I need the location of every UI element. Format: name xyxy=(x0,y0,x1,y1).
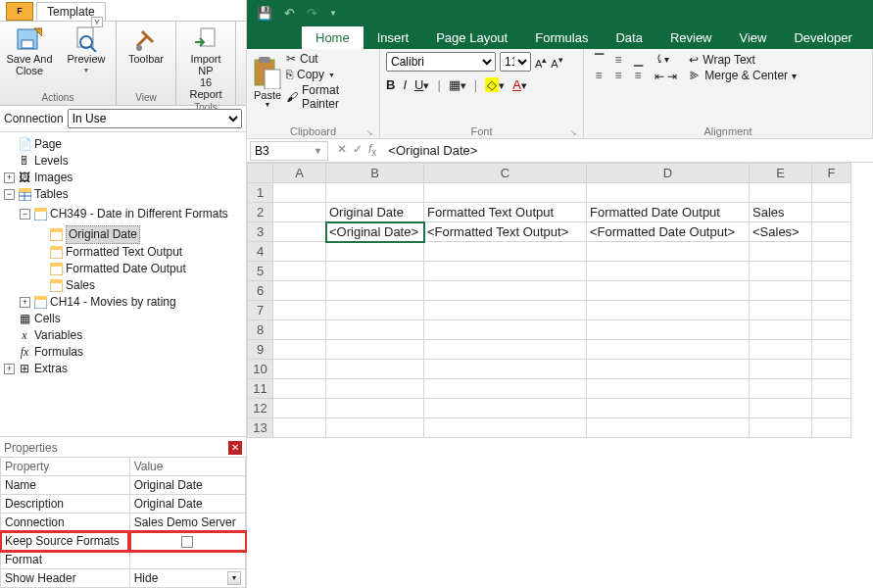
cell[interactable] xyxy=(812,399,851,418)
prop-row-keep-source-formats[interactable]: Keep Source Formats xyxy=(1,532,246,551)
collapse-toggle[interactable]: − xyxy=(20,209,30,220)
tree-original-date[interactable]: Original Date xyxy=(66,225,140,244)
col-header-c[interactable]: C xyxy=(424,164,587,183)
expand-toggle[interactable]: + xyxy=(20,297,30,308)
cell[interactable] xyxy=(812,379,851,399)
copy-button[interactable]: ⎘Copy▼ xyxy=(286,68,373,81)
cell[interactable] xyxy=(273,301,326,320)
cancel-formula-icon[interactable]: ✕ xyxy=(337,142,347,158)
cell[interactable] xyxy=(812,262,851,281)
tree-sales[interactable]: Sales xyxy=(66,277,95,294)
merge-center-button[interactable]: ⫸Merge & Center▾ xyxy=(689,69,797,82)
cell[interactable] xyxy=(750,242,812,262)
expand-toggle[interactable]: + xyxy=(4,364,15,374)
cell[interactable] xyxy=(587,301,750,320)
tree-formulas[interactable]: Formulas xyxy=(34,344,83,361)
cell[interactable] xyxy=(424,379,587,399)
cell[interactable] xyxy=(587,340,750,360)
cell[interactable] xyxy=(750,360,812,379)
cell[interactable]: <Sales> xyxy=(750,222,812,242)
wrap-text-button[interactable]: ↩Wrap Text xyxy=(689,53,797,67)
cell[interactable] xyxy=(273,222,326,242)
template-tree[interactable]: 📄Page 🎚Levels +🖼Images −Tables −CH349 - … xyxy=(0,132,246,436)
qat-save-icon[interactable]: 💾 xyxy=(257,6,272,21)
tab-data[interactable]: Data xyxy=(602,26,655,49)
cell[interactable] xyxy=(587,262,750,281)
cell[interactable] xyxy=(273,281,326,301)
cell[interactable] xyxy=(273,340,326,360)
row-header[interactable]: 5 xyxy=(248,262,273,281)
file-button[interactable]: F xyxy=(6,2,33,21)
cell[interactable] xyxy=(273,183,326,203)
cell[interactable]: Sales xyxy=(750,203,812,222)
decrease-font-icon[interactable]: A▾ xyxy=(551,54,562,70)
tree-ch14[interactable]: CH14 - Movies by rating xyxy=(50,294,176,311)
prop-row-format[interactable]: Format xyxy=(1,551,246,569)
cell[interactable] xyxy=(587,281,750,301)
cell[interactable] xyxy=(326,360,424,379)
cell[interactable] xyxy=(424,301,587,320)
toolbar-button[interactable]: Toolbar xyxy=(122,25,170,65)
row-header[interactable]: 11 xyxy=(248,379,273,399)
tree-cells[interactable]: Cells xyxy=(34,311,61,327)
cell[interactable] xyxy=(750,340,812,360)
cell[interactable] xyxy=(424,183,587,203)
tab-formulas[interactable]: Formulas xyxy=(521,26,602,49)
cell[interactable] xyxy=(812,183,851,203)
cell[interactable] xyxy=(812,242,851,262)
prop-row-connection[interactable]: ConnectionSales Demo Server xyxy=(1,514,246,532)
align-left-icon[interactable]: ≡ xyxy=(590,69,607,82)
cell[interactable] xyxy=(273,360,326,379)
select-all-corner[interactable] xyxy=(248,164,273,183)
row-header[interactable]: 8 xyxy=(248,320,273,340)
cell[interactable] xyxy=(273,418,326,438)
cell[interactable] xyxy=(424,418,587,438)
tree-tables[interactable]: Tables xyxy=(34,186,69,203)
increase-font-icon[interactable]: A▴ xyxy=(535,54,547,70)
cell[interactable] xyxy=(750,183,812,203)
cell[interactable] xyxy=(273,320,326,340)
tree-formatted-date[interactable]: Formatted Date Output xyxy=(66,261,186,277)
tab-home[interactable]: Home xyxy=(302,26,364,49)
cell[interactable] xyxy=(424,242,587,262)
tab-template[interactable]: Template Y xyxy=(36,2,106,21)
col-header-b[interactable]: B xyxy=(326,164,424,183)
cell[interactable] xyxy=(587,242,750,262)
cut-button[interactable]: ✂Cut xyxy=(286,52,373,66)
cell[interactable] xyxy=(424,320,587,340)
preview-button[interactable]: Preview ▼ xyxy=(63,25,110,76)
cell[interactable] xyxy=(273,203,326,222)
cell[interactable] xyxy=(750,379,812,399)
tree-levels[interactable]: Levels xyxy=(34,153,69,170)
cell[interactable]: <Formatted Text Output> xyxy=(424,222,587,242)
cell[interactable] xyxy=(750,262,812,281)
underline-button[interactable]: U▾ xyxy=(414,77,429,92)
name-box-input[interactable] xyxy=(251,142,310,160)
tree-images[interactable]: Images xyxy=(34,170,73,186)
cell[interactable] xyxy=(750,281,812,301)
decrease-indent-icon[interactable]: ⇤ xyxy=(655,70,664,83)
collapse-toggle[interactable]: − xyxy=(4,189,15,200)
increase-indent-icon[interactable]: ⇥ xyxy=(667,70,677,83)
row-header[interactable]: 6 xyxy=(248,281,273,301)
cell[interactable] xyxy=(587,360,750,379)
cell[interactable] xyxy=(812,360,851,379)
row-header[interactable]: 4 xyxy=(248,242,273,262)
cell-selected[interactable]: <Original Date> xyxy=(326,222,424,242)
tree-formatted-text[interactable]: Formatted Text Output xyxy=(66,244,182,261)
row-header[interactable]: 9 xyxy=(248,340,273,360)
cell[interactable] xyxy=(812,320,851,340)
cell[interactable] xyxy=(812,222,851,242)
cell[interactable] xyxy=(273,262,326,281)
tree-variables[interactable]: Variables xyxy=(34,327,82,344)
cell[interactable]: Formatted Text Output xyxy=(424,203,587,222)
tab-view[interactable]: View xyxy=(726,26,781,49)
cell[interactable] xyxy=(273,242,326,262)
orientation-button[interactable]: ⤹▾ xyxy=(655,52,677,66)
import-np16-button[interactable]: Import NP 16 Report xyxy=(182,25,229,100)
cell[interactable]: Formatted Date Output xyxy=(587,203,750,222)
row-header[interactable]: 1 xyxy=(248,183,273,203)
font-color-button[interactable]: A▾ xyxy=(512,77,527,92)
dialog-launcher-icon[interactable]: ↘ xyxy=(570,128,577,137)
col-header-e[interactable]: E xyxy=(750,164,812,183)
